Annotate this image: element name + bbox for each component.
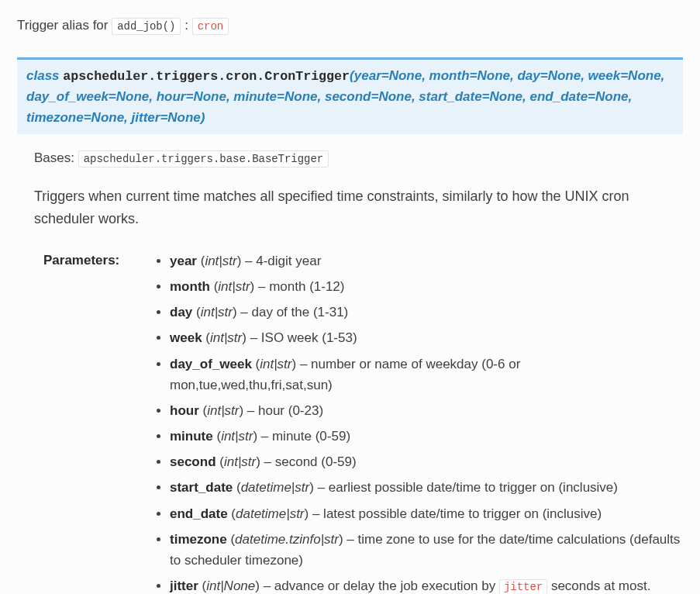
- trigger-alias-line: Trigger alias for add_job() : cron: [17, 16, 683, 36]
- param-type: int|str: [260, 357, 291, 371]
- param-type: int|str: [221, 429, 253, 444]
- param-name: month: [170, 279, 210, 294]
- param-type: int|str: [224, 454, 256, 469]
- parameter-item: month (int|str) – month (1-12): [170, 276, 683, 297]
- class-description: Triggers when current time matches all s…: [34, 185, 683, 230]
- parameter-item: start_date (datetime|str) – earliest pos…: [170, 477, 683, 498]
- trigger-alias-sep: :: [184, 18, 191, 33]
- param-type: datetime.tzinfo|str: [235, 532, 339, 547]
- parameter-item: day (int|str) – day of the (1-31): [170, 302, 683, 323]
- parameter-item: second (int|str) – second (0-59): [170, 451, 683, 472]
- parameters-list: year (int|str) – 4-digit yearmonth (int|…: [154, 250, 683, 594]
- param-type: datetime|str: [241, 480, 310, 495]
- param-name: hour: [170, 403, 199, 418]
- param-type: int|str: [205, 254, 236, 268]
- param-inline-code: jitter: [499, 579, 547, 594]
- parameter-item: jitter (int|None) – advance or delay the…: [170, 575, 683, 594]
- param-type: datetime|str: [236, 506, 305, 521]
- trigger-alias-value: cron: [192, 18, 229, 35]
- parameter-item: minute (int|str) – minute (0-59): [170, 426, 683, 447]
- param-type: int|None: [206, 578, 255, 593]
- add-job-code: add_job(): [112, 18, 181, 35]
- param-type: int|str: [218, 279, 250, 294]
- param-name: day: [170, 305, 192, 319]
- parameter-item: week (int|str) – ISO week (1-53): [170, 327, 683, 348]
- param-name: jitter: [170, 578, 198, 593]
- param-type: int|str: [210, 330, 242, 345]
- parameters-label: Parameters:: [34, 250, 154, 271]
- parameter-item: hour (int|str) – hour (0-23): [170, 400, 683, 421]
- param-name: week: [170, 330, 202, 345]
- bases-line: Bases: apscheduler.triggers.base.BaseTri…: [34, 148, 683, 168]
- param-name: day_of_week: [170, 357, 252, 371]
- class-signature-block: class apscheduler.triggers.cron.CronTrig…: [17, 57, 683, 134]
- param-type: int|str: [201, 305, 233, 319]
- bases-value: apscheduler.triggers.base.BaseTrigger: [78, 150, 329, 167]
- parameter-item: end_date (datetime|str) – latest possibl…: [170, 503, 683, 524]
- bases-label: Bases:: [34, 150, 78, 165]
- class-path: apscheduler.triggers.cron.: [63, 69, 264, 84]
- parameter-item: year (int|str) – 4-digit year: [170, 250, 683, 271]
- param-name: minute: [170, 429, 213, 444]
- param-name: end_date: [170, 506, 228, 521]
- parameter-item: day_of_week (int|str) – number or name o…: [170, 354, 683, 395]
- parameter-item: timezone (datetime.tzinfo|str) – time zo…: [170, 529, 683, 571]
- trigger-alias-prefix: Trigger alias for: [17, 18, 112, 33]
- param-name: start_date: [170, 480, 233, 495]
- param-name: second: [170, 454, 216, 469]
- class-name: CronTrigger: [264, 69, 350, 84]
- class-keyword: class: [26, 68, 63, 83]
- param-name: year: [170, 254, 197, 268]
- param-type: int|str: [207, 403, 239, 418]
- param-name: timezone: [170, 532, 227, 547]
